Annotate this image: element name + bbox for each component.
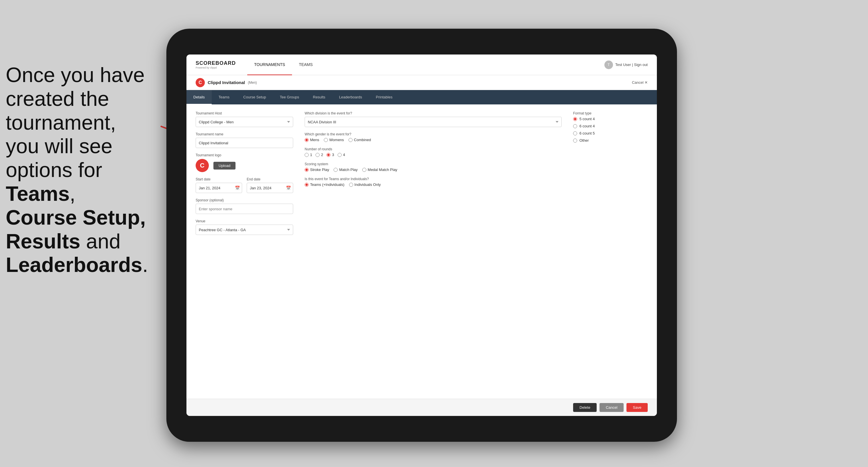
scoring-stroke-radio[interactable] bbox=[305, 168, 309, 172]
cancel-button[interactable]: Cancel bbox=[599, 403, 624, 412]
form-col-left: Tournament Host Clippd College - Men Tou… bbox=[196, 111, 293, 240]
tournament-name: Clippd Invitational bbox=[208, 80, 245, 85]
format-label: Format type bbox=[573, 111, 648, 115]
tournament-host-label: Tournament Host bbox=[196, 111, 293, 115]
rounds-3[interactable]: 3 bbox=[327, 153, 334, 157]
division-label: Which division is the event for? bbox=[305, 111, 562, 115]
gender-mens[interactable]: Mens bbox=[305, 138, 319, 142]
delete-button[interactable]: Delete bbox=[573, 403, 597, 412]
venue-select[interactable]: Peachtree GC - Atlanta - GA bbox=[196, 225, 293, 235]
form-col-right: Format type 5 count 4 6 count 4 bbox=[573, 111, 648, 240]
tab-leaderboards[interactable]: Leaderboards bbox=[332, 90, 369, 104]
tournament-host-group: Tournament Host Clippd College - Men bbox=[196, 111, 293, 127]
tab-results[interactable]: Results bbox=[306, 90, 332, 104]
tournament-name-group: Tournament name bbox=[196, 132, 293, 148]
page-background: Once you have created the tournament, yo… bbox=[0, 0, 868, 467]
scoring-medal-label: Medal Match Play bbox=[368, 167, 397, 172]
end-date-wrap: 📅 bbox=[247, 183, 293, 193]
gender-mens-radio[interactable] bbox=[305, 138, 309, 142]
tab-tee-groups[interactable]: Tee Groups bbox=[273, 90, 306, 104]
end-date-group: End date 📅 bbox=[247, 177, 293, 193]
rounds-1-radio[interactable] bbox=[305, 153, 309, 157]
scoring-medal[interactable]: Medal Match Play bbox=[362, 167, 397, 172]
rounds-2-radio[interactable] bbox=[315, 153, 319, 157]
scoring-match-radio[interactable] bbox=[334, 168, 338, 172]
scoring-match-label: Match Play bbox=[339, 167, 358, 172]
date-row: Start date 📅 End date bbox=[196, 177, 293, 193]
gender-womens[interactable]: Womens bbox=[324, 138, 344, 142]
tournament-host-select[interactable]: Clippd College - Men bbox=[196, 117, 293, 127]
gender-group: Which gender is the event for? Mens Wome… bbox=[305, 132, 562, 142]
top-nav: SCOREBOARD Powered by clippd TOURNAMENTS… bbox=[186, 55, 657, 75]
scoring-stroke[interactable]: Stroke Play bbox=[305, 167, 329, 172]
teams-plus-radio[interactable] bbox=[305, 183, 309, 187]
format-5count4-radio[interactable] bbox=[573, 117, 577, 121]
tab-bar: Details Teams Course Setup Tee Groups Re… bbox=[186, 90, 657, 104]
teams-plus-label: Teams (+Individuals) bbox=[310, 182, 344, 187]
rounds-2[interactable]: 2 bbox=[315, 153, 323, 157]
tablet-frame: SCOREBOARD Powered by clippd TOURNAMENTS… bbox=[166, 29, 677, 442]
rounds-3-radio[interactable] bbox=[327, 153, 331, 157]
nav-links: TOURNAMENTS TEAMS bbox=[247, 55, 319, 75]
rounds-3-label: 3 bbox=[332, 153, 334, 157]
format-6count4-label: 6 count 4 bbox=[580, 124, 595, 128]
rounds-4[interactable]: 4 bbox=[338, 153, 345, 157]
gender-womens-radio[interactable] bbox=[324, 138, 328, 142]
start-date-wrap: 📅 bbox=[196, 183, 242, 193]
tournament-gender-badge: (Men) bbox=[248, 81, 257, 85]
start-date-label: Start date bbox=[196, 177, 242, 181]
division-select[interactable]: NCAA Division III bbox=[305, 117, 562, 127]
format-other-label: Other bbox=[580, 138, 589, 143]
rounds-2-label: 2 bbox=[321, 153, 323, 157]
sponsor-input[interactable] bbox=[196, 204, 293, 214]
format-6count4: 6 count 4 bbox=[573, 124, 648, 128]
tab-teams[interactable]: Teams bbox=[212, 90, 236, 104]
scoring-medal-radio[interactable] bbox=[362, 168, 366, 172]
individuals-only[interactable]: Individuals Only bbox=[349, 182, 381, 187]
format-5count4: 5 count 4 bbox=[573, 117, 648, 121]
tab-details[interactable]: Details bbox=[186, 90, 212, 104]
rounds-4-radio[interactable] bbox=[338, 153, 342, 157]
start-date-group: Start date 📅 bbox=[196, 177, 242, 193]
tournament-name-label: Tournament name bbox=[196, 132, 293, 136]
format-5count4-label: 5 count 4 bbox=[580, 117, 595, 121]
gender-combined-radio[interactable] bbox=[348, 138, 352, 142]
upload-button[interactable]: Upload bbox=[213, 162, 236, 169]
gender-label: Which gender is the event for? bbox=[305, 132, 562, 136]
sponsor-group: Sponsor (optional) bbox=[196, 198, 293, 214]
tournament-logo-group: Tournament logo C Upload bbox=[196, 153, 293, 172]
scoring-group: Scoring system Stroke Play Match Play bbox=[305, 162, 562, 172]
scoring-match[interactable]: Match Play bbox=[334, 167, 358, 172]
rounds-group: Number of rounds 1 2 bbox=[305, 147, 562, 157]
tournament-name-input[interactable] bbox=[196, 138, 293, 148]
gender-radio-group: Mens Womens Combined bbox=[305, 138, 562, 142]
tab-course-setup[interactable]: Course Setup bbox=[236, 90, 273, 104]
rounds-4-label: 4 bbox=[343, 153, 345, 157]
nav-link-teams[interactable]: TEAMS bbox=[292, 55, 319, 75]
rounds-1[interactable]: 1 bbox=[305, 153, 312, 157]
cancel-top-button[interactable]: Cancel ✕ bbox=[632, 80, 648, 85]
logo-area: SCOREBOARD Powered by clippd bbox=[196, 60, 236, 69]
rounds-1-label: 1 bbox=[310, 153, 312, 157]
format-other: Other bbox=[573, 138, 648, 143]
format-other-radio[interactable] bbox=[573, 138, 577, 143]
scoring-stroke-label: Stroke Play bbox=[310, 167, 329, 172]
gender-womens-label: Womens bbox=[329, 138, 344, 142]
format-6count5-radio[interactable] bbox=[573, 131, 577, 135]
format-group: Format type 5 count 4 6 count 4 bbox=[573, 111, 648, 143]
individuals-only-radio[interactable] bbox=[349, 183, 353, 187]
individuals-only-label: Individuals Only bbox=[354, 182, 381, 187]
rounds-label: Number of rounds bbox=[305, 147, 562, 151]
main-content: Tournament Host Clippd College - Men Tou… bbox=[186, 104, 657, 399]
teams-plus-individuals[interactable]: Teams (+Individuals) bbox=[305, 182, 344, 187]
user-info[interactable]: Test User | Sign out bbox=[615, 63, 648, 67]
save-button[interactable]: Save bbox=[626, 403, 648, 412]
nav-right: T Test User | Sign out bbox=[604, 61, 648, 69]
format-6count4-radio[interactable] bbox=[573, 124, 577, 128]
end-date-label: End date bbox=[247, 177, 293, 181]
gender-mens-label: Mens bbox=[310, 138, 319, 142]
nav-link-tournaments[interactable]: TOURNAMENTS bbox=[247, 55, 292, 75]
tab-printables[interactable]: Printables bbox=[369, 90, 399, 104]
form-col-mid: Which division is the event for? NCAA Di… bbox=[305, 111, 562, 240]
gender-combined[interactable]: Combined bbox=[348, 138, 371, 142]
